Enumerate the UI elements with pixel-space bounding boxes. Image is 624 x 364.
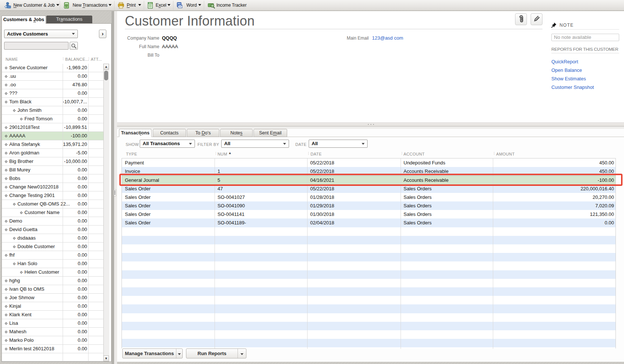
- svg-text:doc: doc: [178, 3, 181, 4]
- svg-text:XLS: XLS: [149, 2, 152, 4]
